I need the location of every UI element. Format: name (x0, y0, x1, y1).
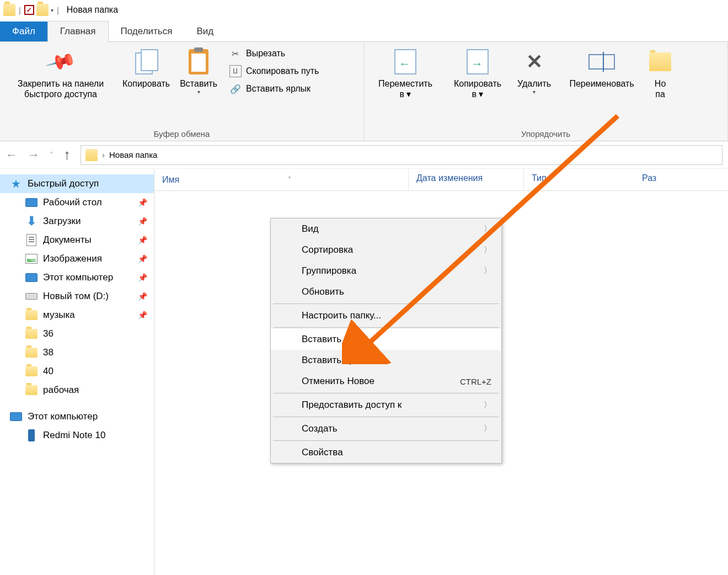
new-folder-icon (647, 49, 673, 75)
cm-refresh[interactable]: Обновить (271, 281, 501, 302)
qat-dropdown-icon[interactable]: ▾ (51, 7, 53, 13)
chevron-down-icon: ▾ (197, 89, 200, 95)
sidebar-36[interactable]: 36 (0, 324, 154, 343)
star-pin-icon: ★ (10, 178, 22, 190)
cm-paste-shortcut[interactable]: Вставить ярлык (271, 350, 501, 371)
paste-button[interactable]: Вставить ▾ (176, 46, 221, 98)
folder-icon (3, 4, 15, 16)
cm-paste[interactable]: Вставить (271, 329, 501, 350)
cut-label: Вырезать (246, 49, 285, 58)
sidebar-item-label: Документы (43, 235, 92, 246)
copy-path-button[interactable]: ⵡ Скопировать путь (227, 64, 321, 78)
cm-undo[interactable]: Отменить НовоеCTRL+Z (271, 371, 501, 392)
forward-button[interactable]: → (28, 148, 40, 162)
chevron-right-icon: › (102, 150, 105, 159)
pc-icon (25, 271, 38, 284)
pin-icon: 📌 (138, 198, 147, 207)
chevron-right-icon: 〉 (484, 400, 491, 410)
delete-icon: ✕ (521, 49, 548, 75)
sidebar-38[interactable]: 38 (0, 343, 154, 362)
sidebar-item-label: 40 (43, 366, 53, 377)
breadcrumb[interactable]: Новая папка (109, 150, 157, 159)
navigation-pane: ★ Быстрый доступ Рабочий стол 📌 ⬇ Загруз… (0, 169, 154, 575)
sidebar-documents[interactable]: Документы 📌 (0, 231, 154, 249)
rename-button[interactable]: Переименовать (558, 46, 646, 91)
sidebar-item-label: Загрузки (43, 216, 81, 227)
sidebar-music[interactable]: музыка 📌 (0, 306, 154, 324)
context-menu: Вид〉 Сортировка〉 Группировка〉 Обновить Н… (270, 218, 502, 464)
group-clipboard-label: Буфер обмена (6, 127, 358, 139)
folder-icon (25, 384, 38, 396)
cm-view[interactable]: Вид〉 (271, 219, 501, 239)
sidebar-item-label: Этот компьютер (28, 411, 98, 422)
folder-icon (25, 347, 38, 359)
sidebar-desktop[interactable]: Рабочий стол 📌 (0, 193, 154, 212)
sidebar-item-label: Рабочий стол (43, 197, 102, 208)
column-name[interactable]: Имя ˄ (154, 169, 408, 190)
tab-share[interactable]: Поделиться (109, 22, 185, 41)
address-bar[interactable]: › Новая папка (81, 145, 722, 165)
copy-to-label: Копировать в ▾ (454, 78, 501, 99)
chevron-right-icon: 〉 (484, 245, 491, 255)
move-to-button[interactable]: Переместить в ▾ (370, 46, 441, 102)
sidebar-item-label: 36 (43, 328, 53, 339)
sidebar-quick-access[interactable]: ★ Быстрый доступ (0, 174, 154, 193)
move-label: Переместить в ▾ (378, 78, 432, 99)
copy-to-icon (464, 49, 491, 75)
drive-icon (25, 290, 38, 302)
separator (273, 327, 499, 328)
sidebar-new-volume[interactable]: Новый том (D:) 📌 (0, 287, 154, 306)
cm-properties[interactable]: Свойства (271, 442, 501, 463)
sidebar-downloads[interactable]: ⬇ Загрузки 📌 (0, 212, 154, 231)
ribbon: 📌 Закрепить на панели быстрого доступа К… (0, 42, 728, 141)
sidebar-pictures[interactable]: Изображения 📌 (0, 249, 154, 268)
paste-shortcut-label: Вставить ярлык (246, 84, 311, 94)
copy-label: Копировать (122, 78, 170, 89)
cm-customize[interactable]: Настроить папку... (271, 305, 501, 326)
cm-group[interactable]: Группировка〉 (271, 260, 501, 281)
recent-dropdown[interactable]: ˅ (50, 151, 53, 159)
rename-icon (588, 49, 615, 75)
pin-label: Закрепить на панели быстрого доступа (18, 78, 104, 99)
delete-label: Удалить (517, 78, 551, 89)
delete-button[interactable]: ✕ Удалить ▾ (514, 46, 554, 98)
path-icon: ⵡ (229, 65, 242, 77)
sidebar-work[interactable]: рабочая (0, 381, 154, 400)
chevron-right-icon: 〉 (484, 424, 491, 434)
cm-sort[interactable]: Сортировка〉 (271, 239, 501, 260)
copy-icon (133, 49, 159, 75)
qat-save-icon[interactable]: ✓ (24, 5, 34, 15)
tab-view[interactable]: Вид (184, 22, 226, 41)
new-folder-button[interactable]: Но па (649, 46, 671, 102)
sidebar-redmi[interactable]: Redmi Note 10 (0, 426, 154, 445)
sidebar-item-label: Этот компьютер (43, 272, 113, 283)
cut-button[interactable]: ✂ Вырезать (227, 46, 321, 61)
title-bar: | ✓ ▾ | Новая папка (0, 0, 728, 20)
chevron-right-icon: 〉 (484, 266, 491, 276)
separator (273, 304, 499, 304)
column-type[interactable]: Тип (524, 169, 634, 190)
folder-icon (25, 309, 38, 321)
pin-icon: 📌 (138, 217, 147, 226)
paste-shortcut-button[interactable]: 🔗 Вставить ярлык (227, 82, 321, 96)
column-date[interactable]: Дата изменения (408, 169, 524, 190)
back-button[interactable]: ← (6, 148, 18, 162)
sidebar-40[interactable]: 40 (0, 362, 154, 381)
sidebar-item-label: Изображения (43, 253, 102, 264)
cm-new[interactable]: Создать〉 (271, 418, 501, 439)
up-button[interactable]: ↑ (63, 146, 71, 163)
sidebar-this-pc[interactable]: Этот компьютер 📌 (0, 268, 154, 287)
tab-home[interactable]: Главная (47, 21, 109, 42)
copy-button[interactable]: Копировать (119, 46, 173, 91)
folder-icon (25, 365, 38, 377)
sidebar-item-label: Новый том (D:) (43, 291, 109, 302)
column-size[interactable]: Раз (634, 169, 728, 190)
sidebar-this-pc-root[interactable]: Этот компьютер (0, 407, 154, 426)
copy-to-button[interactable]: Копировать в ▾ (445, 46, 511, 102)
pin-quick-access-button[interactable]: 📌 Закрепить на панели быстрого доступа (6, 46, 116, 102)
paste-icon (185, 49, 212, 75)
pin-icon: 📌 (138, 273, 147, 282)
cm-share[interactable]: Предоставить доступ к〉 (271, 395, 501, 416)
new-folder-label: Но па (655, 78, 666, 99)
tab-file[interactable]: Файл (0, 22, 47, 41)
